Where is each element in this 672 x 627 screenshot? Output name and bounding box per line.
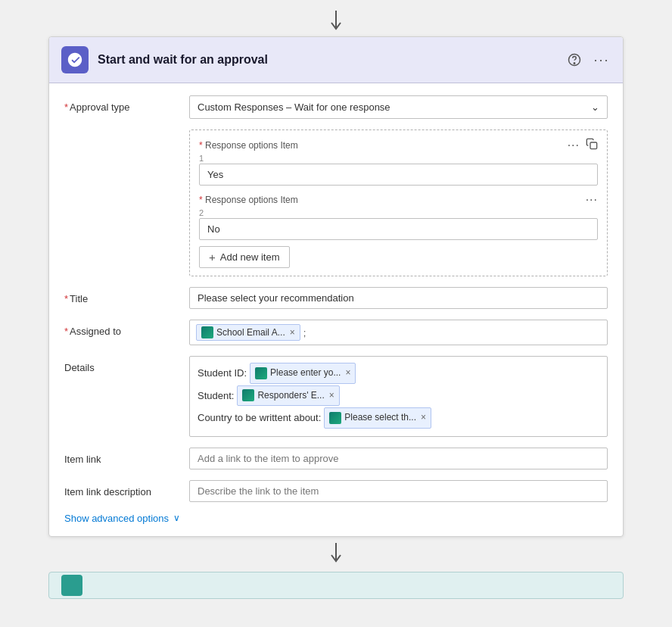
country-tag: Please select th... ×: [324, 407, 431, 429]
title-row: *Title: [64, 287, 608, 309]
item-link-desc-label: Item link description: [64, 480, 189, 498]
school-email-tag: School Email A... ×: [196, 324, 300, 341]
help-button[interactable]: [565, 51, 583, 69]
country-tag-close[interactable]: ×: [421, 410, 426, 426]
approval-type-row: *Approval type Custom Responses – Wait f…: [64, 95, 608, 119]
card-header: Start and wait for an approval ···: [49, 37, 623, 83]
title-input[interactable]: [189, 287, 608, 309]
details-line-3: Country to be writtent about: Please sel…: [198, 407, 599, 429]
add-item-label: Add new item: [220, 251, 280, 263]
response-item-1: * Response options Item ···: [199, 138, 598, 186]
assigned-to-label: *Assigned to: [64, 320, 189, 337]
country-tag-icon: [329, 412, 341, 424]
response-item-2-number: 2: [199, 208, 598, 217]
response-item-1-number: 1: [199, 154, 598, 163]
response-item-1-more[interactable]: ···: [568, 139, 580, 152]
response-item-2-more[interactable]: ···: [586, 193, 598, 207]
responders-tag: Responders' E... ×: [237, 385, 339, 407]
assigned-to-content: School Email A... × ;: [189, 320, 608, 345]
details-label: Details: [64, 356, 189, 373]
approval-type-content: Custom Responses – Wait for one response…: [189, 95, 608, 119]
response-item-1-copy[interactable]: [586, 138, 598, 152]
tag-icon: [201, 326, 213, 338]
bottom-card-icon: [61, 575, 82, 596]
response-item-2-header: * Response options Item ···: [199, 193, 598, 207]
show-advanced-button[interactable]: Show advanced options ∨: [64, 513, 180, 524]
student-id-tag-close[interactable]: ×: [345, 365, 350, 382]
response-item-1-actions: ···: [568, 138, 598, 152]
bottom-card-preview: [48, 572, 624, 599]
student-id-tag-icon: [255, 367, 267, 379]
header-actions: ···: [565, 51, 611, 69]
response-options-box: * Response options Item ···: [189, 129, 608, 276]
details-line-2: Student: Responders' E... ×: [198, 385, 599, 407]
add-item-button[interactable]: + Add new item: [199, 246, 290, 268]
required-star: *: [64, 101, 68, 113]
school-email-tag-text: School Email A...: [216, 327, 285, 338]
card-title: Start and wait for an approval: [98, 53, 565, 67]
item-link-input[interactable]: [189, 448, 608, 469]
response-item-1-header: * Response options Item ···: [199, 138, 598, 152]
item-link-row: Item link: [64, 448, 608, 469]
bottom-arrow: [327, 543, 345, 566]
response-item-1-input[interactable]: [199, 164, 598, 186]
dropdown-arrow-icon: ⌄: [591, 101, 599, 113]
top-arrow: [327, 11, 345, 33]
assigned-to-row: *Assigned to School Email A... × ;: [64, 320, 608, 345]
details-row: Details Student ID: Please enter yo... ×: [64, 356, 608, 437]
country-tag-text: Please select th...: [344, 410, 416, 426]
response-item-2-label: * Response options Item: [199, 195, 298, 205]
card-body: *Approval type Custom Responses – Wait f…: [49, 83, 623, 536]
responders-tag-icon: [242, 389, 254, 401]
item-link-label: Item link: [64, 448, 189, 465]
chevron-down-icon: ∨: [173, 513, 180, 523]
approval-type-dropdown[interactable]: Custom Responses – Wait for one response…: [189, 95, 608, 119]
approval-type-value: Custom Responses – Wait for one response: [198, 101, 390, 113]
item-link-desc-row: Item link description: [64, 480, 608, 502]
svg-rect-3: [590, 142, 597, 149]
details-field[interactable]: Student ID: Please enter yo... × Student…: [189, 356, 608, 437]
response-item-2-input[interactable]: [199, 218, 598, 240]
student-id-tag: Please enter yo... ×: [250, 363, 356, 384]
bottom-arrow-down-icon: [327, 543, 345, 566]
response-item-1-label: * Response options Item: [199, 140, 298, 151]
plus-icon: +: [209, 251, 216, 264]
approval-type-label: *Approval type: [64, 95, 189, 113]
item-link-desc-content: [189, 480, 608, 502]
assigned-to-field[interactable]: School Email A... × ;: [189, 320, 608, 345]
more-button[interactable]: ···: [593, 51, 611, 69]
title-content: [189, 287, 608, 309]
item-link-content: [189, 448, 608, 469]
details-line-1: Student ID: Please enter yo... ×: [198, 363, 599, 384]
student-id-text: Student ID:: [198, 364, 247, 382]
arrow-down-icon: [327, 11, 345, 33]
details-content: Student ID: Please enter yo... × Student…: [189, 356, 608, 437]
approval-card: Start and wait for an approval ··· *Appr…: [48, 36, 624, 537]
approval-icon: [67, 51, 83, 68]
svg-point-2: [574, 63, 575, 64]
title-label: *Title: [64, 287, 189, 304]
item-link-desc-input[interactable]: [189, 480, 608, 502]
country-text: Country to be writtent about:: [198, 409, 321, 426]
student-id-tag-text: Please enter yo...: [270, 365, 341, 382]
school-email-tag-close[interactable]: ×: [290, 327, 295, 338]
show-advanced-label: Show advanced options: [64, 513, 169, 524]
responders-tag-text: Responders' E...: [257, 388, 324, 404]
response-item-2-actions: ···: [586, 193, 598, 207]
student-text: Student:: [198, 387, 234, 404]
card-icon: [61, 46, 89, 73]
page-wrapper: Start and wait for an approval ··· *Appr…: [0, 0, 672, 627]
tag-separator: ;: [303, 327, 306, 338]
response-item-2: * Response options Item ··· 2: [199, 193, 598, 240]
responders-tag-close[interactable]: ×: [329, 388, 334, 404]
